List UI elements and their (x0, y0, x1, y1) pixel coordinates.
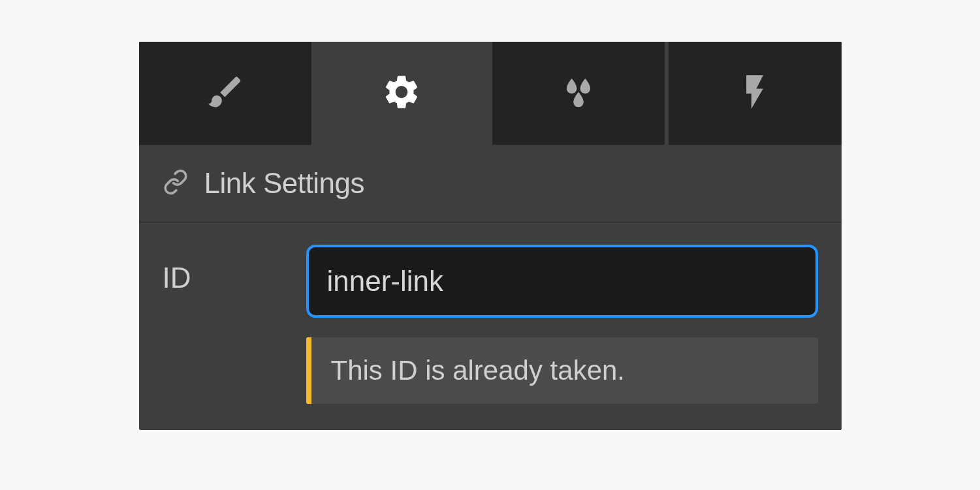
id-input[interactable] (306, 245, 818, 318)
field-label-id: ID (163, 245, 280, 294)
warning-message: This ID is already taken. (306, 337, 818, 404)
section-title: Link Settings (204, 167, 364, 200)
field-body: This ID is already taken. (306, 245, 818, 404)
link-icon (163, 169, 189, 198)
tab-bar (139, 42, 842, 145)
field-row-id: ID This ID is already taken. (139, 222, 842, 430)
tab-settings[interactable] (315, 42, 488, 145)
drops-icon (558, 72, 599, 115)
tab-interactions[interactable] (669, 42, 842, 145)
tab-effects[interactable] (492, 42, 665, 145)
brush-icon (205, 72, 245, 115)
section-header: Link Settings (139, 145, 842, 222)
settings-panel: Link Settings ID This ID is already take… (139, 42, 842, 430)
bolt-icon (735, 72, 775, 115)
gear-icon (381, 72, 422, 115)
tab-style[interactable] (139, 42, 312, 145)
